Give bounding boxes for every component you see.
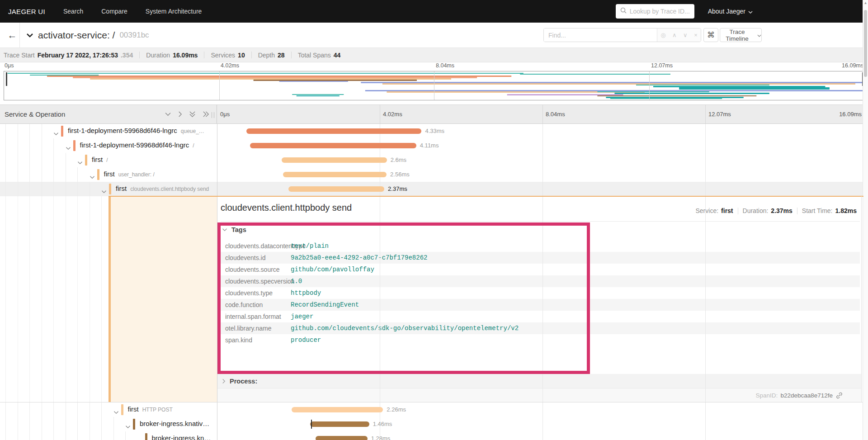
span-color-bar: [145, 433, 147, 440]
span-row[interactable]: firstuser_handler: /2.56ms: [0, 167, 863, 182]
span-row[interactable]: firstHTTP POST2.26ms: [0, 402, 863, 417]
collapse-one-icon[interactable]: [165, 112, 171, 116]
span-duration-bar[interactable]: [246, 128, 422, 134]
tree-indent-guide: [5, 153, 6, 167]
span-duration-bar[interactable]: [283, 172, 387, 177]
span-duration-bar[interactable]: [282, 157, 387, 163]
tree-indent-guide: [53, 417, 54, 431]
tree-indent-guide: [42, 417, 42, 431]
span-duration-bar[interactable]: [310, 421, 369, 427]
tree-indent-guide: [101, 196, 102, 402]
scrollbar[interactable]: ▲: [863, 0, 868, 440]
span-color-bar: [97, 169, 99, 180]
span-row[interactable]: first/2.6ms: [0, 153, 863, 167]
span-collapse-chevron[interactable]: [125, 422, 131, 431]
span-service-name[interactable]: first/: [92, 156, 108, 163]
column-resize-handle[interactable]: [212, 112, 214, 118]
minimap-span-segment: [606, 97, 743, 98]
nav-item-compare[interactable]: Compare: [101, 8, 127, 15]
span-collapse-chevron[interactable]: [90, 173, 95, 181]
span-collapse-chevron[interactable]: [77, 158, 83, 166]
match-target-icon[interactable]: ◎: [660, 32, 665, 38]
jaeger-logo[interactable]: JAEGER UI: [8, 8, 45, 15]
span-service-name[interactable]: firstuser_handler: /: [104, 170, 155, 178]
span-row[interactable]: broker-ingress.knativ…1.46ms: [0, 417, 863, 431]
scrollbar-thumb[interactable]: [864, 10, 867, 77]
ruler-tick: 4.02ms: [221, 62, 239, 69]
tree-indent-guide: [77, 182, 78, 196]
expand-one-icon[interactable]: [178, 111, 182, 118]
ruler-tick: 0μs: [5, 62, 14, 69]
tree-indent-guide: [5, 431, 6, 440]
span-collapse-chevron[interactable]: [66, 144, 71, 152]
span-detail-panel: [0, 196, 863, 402]
tree-indent-guide: [42, 431, 42, 440]
span-duration-bar[interactable]: [288, 186, 384, 192]
keyboard-shortcuts-button[interactable]: ⌘: [703, 28, 718, 42]
span-duration-bar[interactable]: [292, 407, 383, 412]
span-name-cell: first/: [0, 153, 217, 167]
minimap-span-segment: [297, 95, 340, 96]
clear-find-icon[interactable]: ×: [694, 32, 698, 38]
minimap-span-segment: [279, 81, 348, 82]
span-service-name[interactable]: firstcloudevents.client.httpbody send: [116, 185, 209, 192]
tree-indent-guide: [29, 196, 30, 402]
span-row[interactable]: first-1-deployment-59968d6f46-lngrcqueue…: [0, 124, 863, 138]
span-operation-name: /: [193, 142, 194, 149]
minimap-span-segment: [361, 82, 864, 83]
span-row[interactable]: broker-ingress.kn…1.28ms: [0, 431, 863, 440]
span-name-cell: broker-ingress.kn…: [0, 431, 217, 440]
span-row[interactable]: first-1-deployment-59968d6f46-lngrc/4.11…: [0, 138, 863, 153]
tree-indent-guide: [29, 182, 30, 196]
next-match-icon[interactable]: ∨: [683, 32, 688, 38]
span-operation-name: user_handler: /: [118, 171, 155, 178]
back-button[interactable]: ←: [5, 29, 19, 42]
tree-indent-guide: [53, 138, 54, 153]
tree-indent-guide: [42, 124, 42, 138]
span-duration-label: 1.28ms: [371, 435, 391, 440]
prev-match-icon[interactable]: ∧: [672, 32, 677, 38]
minimap-span-segment: [30, 75, 99, 76]
tree-indent-guide: [29, 417, 30, 431]
trace-title-toggle[interactable]: activator-service: / 00391bc: [26, 23, 149, 48]
span-service-name[interactable]: first-1-deployment-59968d6f46-lngrc/: [80, 141, 194, 149]
tree-indent-guide: [29, 431, 30, 440]
about-jaeger-menu[interactable]: About Jaeger: [708, 8, 753, 15]
meta-label: Services: [211, 52, 235, 59]
scrollbar-up-arrow[interactable]: ▲: [863, 1, 868, 5]
span-collapse-chevron[interactable]: [113, 408, 119, 416]
span-duration-bar[interactable]: [316, 436, 368, 440]
span-service-name[interactable]: first-1-deployment-59968d6f46-lngrcqueue…: [68, 127, 204, 134]
tree-indent-guide: [66, 431, 66, 440]
nav-item-search[interactable]: Search: [63, 8, 83, 15]
tree-indent-guide: [66, 153, 66, 167]
span-service-name[interactable]: firstHTTP POST: [128, 405, 173, 413]
column-tick: 8.04ms: [546, 105, 565, 123]
trace-id: 00391bc: [119, 31, 149, 40]
span-row[interactable]: firstcloudevents.client.httpbody send2.3…: [0, 182, 863, 196]
span-duration-label: 2.56ms: [390, 171, 410, 178]
tree-indent-guide: [53, 431, 54, 440]
span-service-name[interactable]: broker-ingress.kn…: [152, 434, 211, 440]
chevron-down-icon: [757, 32, 761, 38]
ruler-tick: 16.09ms: [842, 62, 863, 69]
minimap-left-scrubber[interactable]: [6, 72, 7, 86]
expand-all-icon[interactable]: [203, 111, 209, 118]
trace-span-minimap[interactable]: [4, 71, 864, 100]
ruler-tick: 8.04ms: [436, 62, 454, 69]
find-input[interactable]: [544, 28, 657, 42]
collapse-all-icon[interactable]: [189, 111, 196, 118]
trace-view-select[interactable]: Trace Timeline: [720, 28, 762, 42]
span-collapse-chevron[interactable]: [137, 437, 143, 440]
tree-indent-guide: [18, 167, 18, 182]
meta-value: 16.09ms: [173, 52, 198, 59]
span-color-bar: [85, 155, 87, 166]
span-collapse-chevron[interactable]: [53, 129, 59, 137]
span-duration-label: 2.6ms: [391, 156, 406, 163]
trace-lookup-box[interactable]: Lookup by Trace ID...: [616, 4, 694, 19]
span-duration-bar[interactable]: [250, 143, 416, 148]
nav-item-system-architecture[interactable]: System Architecture: [146, 8, 202, 15]
minimap-span-segment: [636, 85, 769, 85]
span-collapse-chevron[interactable]: [101, 187, 107, 195]
span-service-name[interactable]: broker-ingress.knativ…: [140, 420, 209, 427]
